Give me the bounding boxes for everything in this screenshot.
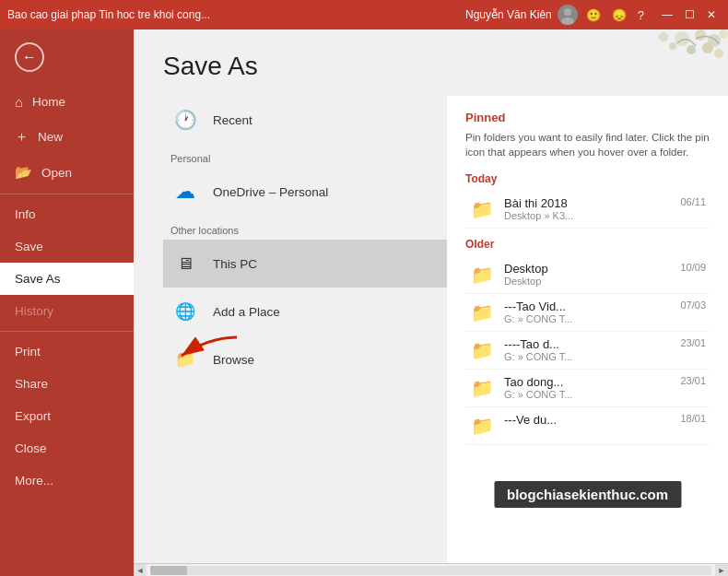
folder-item-today-0[interactable]: 📁 Bài thi 2018 Desktop » K3... 06/11: [465, 191, 710, 229]
folder-path: Desktop: [504, 276, 667, 287]
folder-name: Bài thi 2018: [504, 196, 667, 210]
close-button[interactable]: ✕: [702, 6, 721, 24]
folder-item-older-4[interactable]: 📁 ---Ve du... 18/01: [465, 407, 710, 445]
folder-item-older-0[interactable]: 📁 Desktop Desktop 10/09: [465, 256, 710, 294]
sidebar-label-more: More...: [15, 474, 53, 488]
sidebar-item-open[interactable]: 📂 Open: [0, 155, 134, 190]
content-area: Save As 🕐 Recent Personal ☁ OneDrive – P…: [134, 29, 728, 576]
folder-icon: 📁: [469, 262, 495, 288]
folder-path: G: » CONG T...: [504, 313, 667, 324]
sidebar-divider-1: [0, 194, 134, 194]
location-item-recent[interactable]: 🕐 Recent: [163, 96, 447, 144]
location-item-browse[interactable]: 📁 Browse: [163, 335, 447, 383]
folder-icon: 📁: [469, 413, 495, 439]
folder-name: ---Tao Vid...: [504, 300, 667, 313]
pinned-desc: Pin folders you want to easily find late…: [465, 130, 710, 159]
sidebar-item-info[interactable]: Info: [0, 198, 134, 230]
section-label-personal: Personal: [163, 144, 447, 168]
sidebar-item-saveas[interactable]: Save As: [0, 263, 134, 295]
folder-info: ---Tao Vid... G: » CONG T...: [504, 300, 667, 324]
folder-icon: 📁: [469, 300, 495, 325]
sidebar-item-new[interactable]: ＋ New: [0, 119, 134, 155]
svg-point-0: [564, 8, 571, 16]
folder-info: Tao dong... G: » CONG T...: [504, 375, 667, 400]
folder-date: 23/01: [680, 375, 706, 386]
older-label: Older: [465, 238, 710, 251]
sidebar-item-share[interactable]: Share: [0, 368, 134, 400]
scrollbar-thumb[interactable]: [150, 566, 187, 575]
help-icon[interactable]: ?: [638, 8, 644, 22]
browse-icon: 📁: [170, 345, 200, 374]
location-label-thispc: This PC: [213, 257, 257, 271]
location-item-thispc[interactable]: 🖥 This PC: [163, 240, 447, 288]
scroll-left-button[interactable]: ◄: [134, 564, 147, 577]
folder-info: ---Ve du...: [504, 413, 667, 427]
sidebar-label-save: Save: [15, 240, 43, 253]
section-label-other: Other locations: [163, 216, 447, 240]
folder-icon: 📁: [469, 375, 495, 401]
folder-name: ----Tao d...: [504, 337, 667, 351]
folder-icon: 📁: [469, 196, 495, 222]
sidebar-item-print[interactable]: Print: [0, 335, 134, 368]
titlebar-username: Nguyễn Văn Kiên: [465, 8, 552, 21]
folder-name: Tao dong...: [504, 375, 667, 389]
folder-date: 06/11: [680, 196, 706, 207]
location-label-browse: Browse: [213, 353, 254, 367]
window-controls: — ☐ ✕: [658, 6, 721, 24]
restore-button[interactable]: ☐: [680, 6, 699, 24]
emoji-happy-icon[interactable]: 🙂: [586, 8, 601, 22]
horizontal-scrollbar[interactable]: ◄ ►: [134, 563, 728, 576]
content-header: Save As: [134, 29, 728, 96]
location-item-addplace[interactable]: 🌐 Add a Place: [163, 288, 447, 335]
sidebar-item-close[interactable]: Close: [0, 432, 134, 464]
scroll-right-button[interactable]: ►: [715, 564, 728, 577]
watermark: blogchiasekienthuc.com: [494, 481, 681, 508]
thispc-icon: 🖥: [170, 249, 200, 278]
folder-name: ---Ve du...: [504, 413, 667, 427]
folder-date: 07/03: [680, 300, 706, 311]
page-title: Save As: [163, 52, 699, 81]
location-item-onedrive[interactable]: ☁ OneDrive – Personal: [163, 168, 447, 216]
folder-item-older-3[interactable]: 📁 Tao dong... G: » CONG T... 23/01: [465, 370, 710, 407]
avatar: [558, 5, 578, 25]
folder-item-older-2[interactable]: 📁 ----Tao d... G: » CONG T... 23/01: [465, 332, 710, 370]
titlebar-user: Nguyễn Văn Kiên 🙂 😞 ?: [465, 5, 647, 25]
today-label: Today: [465, 172, 710, 185]
folder-path: G: » CONG T...: [504, 351, 667, 362]
minimize-button[interactable]: —: [658, 6, 676, 24]
sidebar-label-export: Export: [15, 409, 51, 423]
folder-icon: 📁: [469, 337, 495, 363]
folder-date: 10/09: [680, 262, 706, 273]
sidebar-item-export[interactable]: Export: [0, 400, 134, 432]
new-icon: ＋: [15, 128, 29, 146]
titlebar: Bao cao giai phap Tin hoc tre khoi cong.…: [0, 0, 728, 29]
sidebar-item-history: History: [0, 295, 134, 327]
folder-path: G: » CONG T...: [504, 389, 667, 400]
sidebar-label-share: Share: [15, 377, 48, 391]
content-main: 🕐 Recent Personal ☁ OneDrive – Personal …: [134, 96, 728, 563]
sidebar-item-home[interactable]: ⌂ Home: [0, 85, 134, 119]
sidebar-item-more[interactable]: More...: [0, 464, 134, 497]
svg-point-1: [561, 18, 574, 25]
folder-info: Desktop Desktop: [504, 262, 667, 287]
app-body: ← ⌂ Home ＋ New 📂 Open Info Save Save As …: [0, 29, 728, 576]
sidebar-label-print: Print: [15, 345, 41, 359]
pinned-label: Pinned: [465, 111, 710, 124]
sidebar-label-close: Close: [15, 441, 47, 455]
sidebar-label-info: Info: [15, 207, 36, 221]
sidebar-label-history: History: [15, 304, 53, 318]
back-button[interactable]: ←: [0, 29, 134, 85]
folder-info: Bài thi 2018 Desktop » K3...: [504, 196, 667, 221]
recent-icon: 🕐: [170, 105, 200, 135]
folder-item-older-1[interactable]: 📁 ---Tao Vid... G: » CONG T... 07/03: [465, 294, 710, 332]
back-circle-icon: ←: [15, 42, 44, 72]
titlebar-title: Bao cao giai phap Tin hoc tre khoi cong.…: [7, 8, 465, 21]
scrollbar-track: [150, 566, 711, 575]
emoji-sad-icon[interactable]: 😞: [612, 8, 627, 22]
sidebar-item-save[interactable]: Save: [0, 230, 134, 263]
left-panel: 🕐 Recent Personal ☁ OneDrive – Personal …: [134, 96, 447, 563]
right-panel: Pinned Pin folders you want to easily fi…: [447, 96, 728, 563]
location-label-addplace: Add a Place: [213, 305, 280, 319]
folder-info: ----Tao d... G: » CONG T...: [504, 337, 667, 362]
folder-name: Desktop: [504, 262, 667, 276]
